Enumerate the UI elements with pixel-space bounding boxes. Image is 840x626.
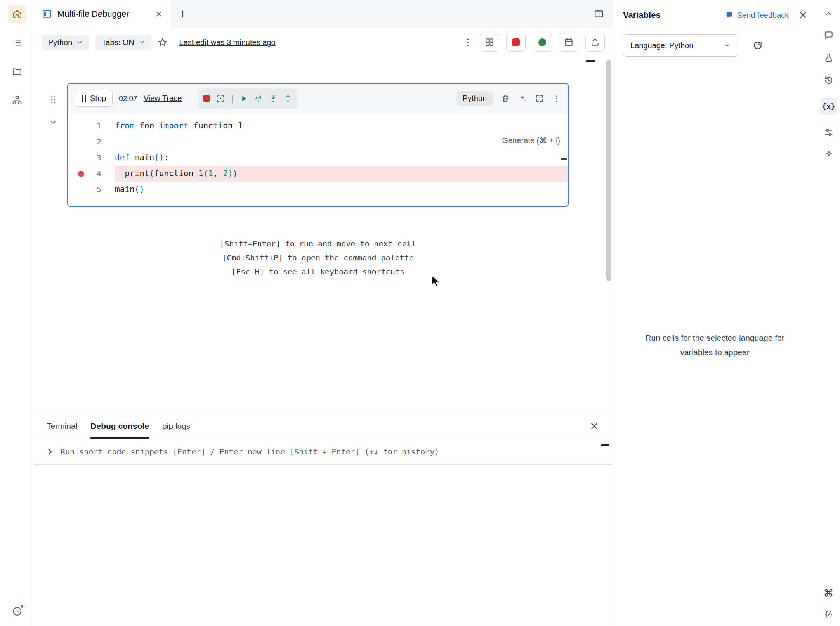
favorite-button[interactable] (158, 37, 168, 47)
code-text[interactable]: main() (115, 182, 568, 198)
code-line[interactable]: 1from foo import function_1 (68, 118, 568, 134)
tab-terminal[interactable]: Terminal (47, 413, 77, 439)
variables-panel-icon[interactable]: {x} (820, 98, 837, 115)
debug-console-input[interactable]: Run short code snippets [Enter] / Enter … (34, 439, 613, 465)
tab-debug-console[interactable]: Debug console (90, 413, 149, 439)
hint-line: [Shift+Enter] to run and move to next ce… (67, 237, 569, 251)
continue-icon[interactable] (240, 94, 248, 103)
notebook-toolbar: Python Tabs: ON Last edit was 3 minutes … (34, 28, 613, 57)
home-icon (12, 9, 22, 19)
hint-line: [Esc H] to see all keyboard shortcuts (67, 265, 569, 279)
environment-flask-icon[interactable] (824, 53, 834, 63)
grid-icon (484, 37, 495, 47)
line-gutter[interactable]: 2 (68, 134, 115, 150)
share-button[interactable] (585, 33, 605, 52)
fullscreen-icon[interactable] (535, 94, 544, 103)
code-line[interactable]: 2 (68, 134, 568, 150)
line-number: 3 (97, 150, 101, 166)
code-cell: Stop 02:07 View Trace | (67, 83, 569, 207)
tab-close-icon[interactable] (154, 10, 163, 18)
tab-title: Multi-file Debugger (57, 9, 149, 19)
calendar-icon (564, 37, 574, 47)
history-panel-icon[interactable] (824, 75, 834, 85)
line-gutter[interactable]: 3 (68, 150, 115, 166)
code-text[interactable]: print(function_1(1, 2)) (115, 166, 568, 182)
code-line[interactable]: 4 print(function_1(1, 2)) (68, 166, 568, 182)
refresh-variables-icon[interactable] (753, 40, 763, 50)
language-dropdown[interactable]: Python (42, 35, 89, 50)
collapse-panel-icon[interactable] (824, 9, 833, 18)
variables-language-select[interactable]: Language: Python (623, 34, 738, 57)
list-icon (12, 38, 22, 48)
stop-execution-icon[interactable] (203, 95, 210, 102)
line-gutter[interactable]: 5 (68, 182, 115, 198)
cell-language-button[interactable]: Python (457, 91, 493, 106)
new-tab-button[interactable] (171, 0, 194, 28)
running-status-icon (538, 38, 546, 46)
stop-debug-button[interactable]: Stop (75, 90, 113, 107)
files-button[interactable] (8, 62, 26, 81)
stop-machine-button[interactable] (506, 33, 526, 52)
step-into-icon[interactable] (269, 94, 278, 103)
feedback-bubble-icon (725, 11, 734, 19)
inspect-icon[interactable] (216, 94, 225, 103)
vertical-scrollbar[interactable] (606, 60, 611, 281)
stop-debug-label: Stop (90, 94, 106, 103)
divider: | (231, 94, 233, 104)
cell-collapse-icon[interactable] (49, 118, 57, 127)
sitemap-icon (12, 95, 22, 105)
code-text[interactable]: from foo import function_1 (115, 118, 568, 134)
history-button[interactable] (8, 602, 26, 621)
console-placeholder: Run short code snippets [Enter] / Enter … (61, 447, 439, 456)
code-text[interactable]: def main(): (115, 150, 568, 166)
ai-sparkle-icon[interactable] (518, 94, 527, 103)
settings-sliders-icon[interactable] (824, 127, 834, 137)
breakpoint-dot[interactable] (78, 171, 84, 177)
tab-pip-logs[interactable]: pip logs (162, 413, 190, 439)
snippets-icon[interactable] (824, 610, 834, 620)
code-editor[interactable]: 1from foo import function_123def main():… (68, 113, 568, 206)
toolbar-menu-button[interactable] (463, 37, 473, 47)
keyboard-hints: [Shift+Enter] to run and move to next ce… (67, 237, 569, 279)
line-number: 4 (97, 166, 101, 182)
send-feedback-link[interactable]: Send feedback (725, 11, 789, 20)
split-view-button[interactable] (594, 0, 604, 28)
close-bottom-panel-icon[interactable] (589, 413, 599, 439)
comments-icon[interactable] (824, 30, 834, 40)
tab-multi-file-debugger[interactable]: Multi-file Debugger (34, 0, 171, 28)
line-gutter[interactable]: 4 (68, 166, 115, 182)
panel-resize-indicator[interactable] (586, 60, 595, 62)
line-gutter[interactable]: 1 (68, 118, 115, 134)
keyboard-shortcuts-icon[interactable]: ⌘ (824, 588, 834, 598)
variables-header: Variables Send feedback (613, 0, 817, 20)
code-line[interactable]: 5main() (68, 182, 568, 198)
step-out-icon[interactable] (284, 94, 292, 103)
layout-grid-button[interactable] (480, 33, 499, 52)
cell-drag-handle-icon[interactable] (48, 95, 58, 105)
right-rail-bottom: ⌘ (824, 588, 834, 620)
code-text[interactable] (115, 134, 568, 150)
code-line[interactable]: 3def main(): (68, 150, 568, 166)
home-button[interactable] (8, 5, 26, 23)
delete-cell-icon[interactable] (501, 94, 510, 103)
schedule-button[interactable] (559, 33, 578, 52)
tabs-toggle-label: Tabs: ON (102, 38, 134, 47)
line-number: 2 (97, 134, 101, 150)
last-edit-link[interactable]: Last edit was 3 minutes ago (179, 38, 276, 47)
notebook-canvas: Stop 02:07 View Trace | (34, 57, 613, 413)
cell-menu-icon[interactable] (552, 94, 561, 103)
step-over-icon[interactable] (254, 94, 263, 103)
variables-empty-state: Run cells for the selected language for … (628, 331, 801, 359)
machine-status-button[interactable] (533, 33, 552, 52)
prompt-chevron-icon (47, 448, 54, 455)
outline-button[interactable] (8, 33, 26, 52)
integrations-button[interactable] (8, 91, 26, 109)
notebook-icon (42, 9, 52, 19)
line-number: 5 (97, 182, 101, 198)
ai-panel-icon[interactable] (824, 150, 834, 160)
tabs-toggle[interactable]: Tabs: ON (95, 35, 151, 50)
close-variables-icon[interactable] (798, 10, 808, 20)
star-icon (158, 37, 168, 47)
console-output-area[interactable] (34, 465, 613, 626)
view-trace-link[interactable]: View Trace (144, 94, 182, 103)
